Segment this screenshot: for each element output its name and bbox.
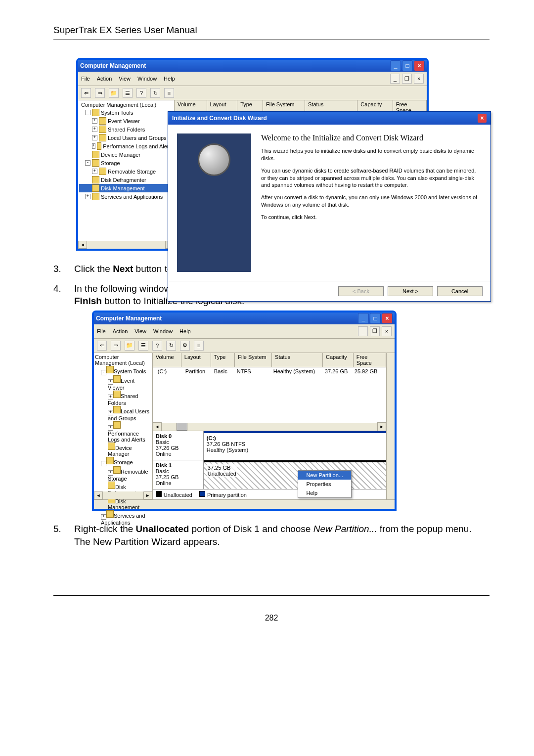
volume-row-c[interactable]: (C:) Partition Basic NTFS Healthy (Syste… [153,367,386,375]
menu-help-2[interactable]: Help [179,328,191,334]
child-minimize-icon[interactable]: _ [390,74,400,84]
col-capacity-2[interactable]: Capacity [323,353,354,367]
toolbar-2: ⇐ ⇒ 📁 ☰ ? ↻ ⚙ ≡ [94,339,395,353]
disk-1-unallocated[interactable]: 37.25 GB Unallocated New Partition... Pr… [204,460,386,489]
folder-up-icon[interactable]: 📁 [109,88,119,98]
disk-graphic-area: Disk 0 Basic 37.26 GB Online (C:) 37.26 … [153,431,386,499]
volume-column-headers-2: Volume Layout Type File System Status Ca… [153,353,386,367]
close-button[interactable]: × [414,60,425,71]
tree-device-manager[interactable]: Device Manager [79,150,173,159]
tree-pane-2: Computer Management (Local) -System Tool… [94,353,153,499]
tree-perf-logs[interactable]: +Performance Logs and Alerts [79,142,173,150]
list-icon-2[interactable]: ≡ [194,341,204,351]
menu-window[interactable]: Window [137,76,157,82]
tree-scrollbar[interactable]: ◄► [78,241,174,249]
menu-help[interactable]: Help [164,76,175,82]
tree-shared-folders[interactable]: +Shared Folders [79,125,173,133]
ctx-new-partition[interactable]: New Partition... [298,471,351,480]
properties-icon-2[interactable]: ☰ [138,341,148,351]
tree-shared-folders-2[interactable]: +Shared Folders [95,391,151,406]
col-type-2[interactable]: Type [211,353,235,367]
tree-perf-logs-2[interactable]: +Performance Logs and Alerts [95,421,151,443]
tree-disk-management[interactable]: Disk Management [79,184,173,192]
wizard-titlebar: Initialize and Convert Disk Wizard × [168,112,490,125]
disk-0-partition-c[interactable]: (C:) 37.26 GB NTFS Healthy (System) [204,431,386,460]
disk-1-row: Disk 1 Basic 37.25 GB Online 37.25 GB Un… [153,460,386,489]
window-controls-2: _ □ × [358,313,393,324]
maximize-button[interactable]: □ [402,60,413,71]
menubar: File Action View Window Help _ ❐ × [78,72,427,86]
help-icon-2[interactable]: ? [152,341,162,351]
settings-icon-2[interactable]: ⚙ [180,341,190,351]
tree-disk-defragmenter[interactable]: Disk Defragmenter [79,176,173,184]
list-icon[interactable]: ≡ [164,88,174,98]
disk-0-row: Disk 0 Basic 37.26 GB Online (C:) 37.26 … [153,431,386,460]
wizard-p4: To continue, click Next. [261,214,482,221]
wizard-cancel-button[interactable]: Cancel [437,286,483,296]
menu-window-2[interactable]: Window [153,328,173,334]
tree-storage[interactable]: -Storage [79,159,173,167]
volume-list-scrollbar[interactable]: ◄► [153,423,386,431]
nav-back-icon[interactable]: ⇐ [81,88,91,98]
step-4-number: 4. [53,282,74,308]
child-close-icon-2[interactable]: × [382,326,392,336]
menu-view-2[interactable]: View [134,328,146,334]
col-status-2[interactable]: Status [272,353,323,367]
tree-services-apps[interactable]: +Services and Applications [79,192,173,201]
tree-event-viewer[interactable]: +Event Viewer [79,117,173,125]
tree-device-manager-2[interactable]: Device Manager [95,443,151,457]
content-area: Computer Management (Local) -System Tool… [78,100,427,249]
col-file-system-2[interactable]: File System [235,353,272,367]
child-close-icon[interactable]: × [414,74,424,84]
menu-file-2[interactable]: File [97,328,106,334]
wizard-back-button: < Back [338,286,384,296]
nav-back-icon-2[interactable]: ⇐ [97,341,107,351]
disk-area-vscroll[interactable] [386,353,395,499]
properties-icon[interactable]: ☰ [123,88,133,98]
help-icon[interactable]: ? [136,88,146,98]
window-controls: _ □ × [390,60,425,71]
menu-view[interactable]: View [119,76,131,82]
refresh-icon-2[interactable]: ↻ [166,341,176,351]
step-5-number: 5. [53,523,74,548]
tree-local-users-2[interactable]: +Local Users and Groups [95,406,151,421]
folder-up-icon-2[interactable]: 📁 [125,341,134,351]
tree-removable-storage[interactable]: +Removable Storage [79,167,173,176]
titlebar: Computer Management _ □ × [78,60,427,72]
minimize-button-2[interactable]: _ [358,313,369,324]
col-volume-2[interactable]: Volume [153,353,181,367]
col-layout-2[interactable]: Layout [181,353,211,367]
tree-storage-2[interactable]: -Storage [95,457,151,466]
ctx-help[interactable]: Help [298,489,351,497]
menu-action[interactable]: Action [97,76,112,82]
close-button-2[interactable]: × [382,313,393,324]
tree-local-users[interactable]: +Local Users and Groups [79,133,173,142]
window-title: Computer Management [80,62,146,69]
minimize-button[interactable]: _ [390,60,401,71]
wizard-next-button[interactable]: Next > [388,286,433,296]
tree-system-tools-2[interactable]: -System Tools [95,366,151,375]
nav-forward-icon[interactable]: ⇒ [95,88,105,98]
tree-event-viewer-2[interactable]: +Event Viewer [95,375,151,391]
menu-file[interactable]: File [81,76,90,82]
tree-root[interactable]: Computer Management (Local) [79,101,173,108]
refresh-icon[interactable]: ↻ [150,88,160,98]
ctx-properties[interactable]: Properties [298,480,351,489]
menu-action-2[interactable]: Action [113,328,128,334]
wizard-heading: Welcome to the Initialize and Convert Di… [261,133,482,142]
child-minimize-icon-2[interactable]: _ [358,326,368,336]
child-restore-icon-2[interactable]: ❐ [370,326,380,336]
wizard-close-button[interactable]: × [478,114,487,123]
nav-forward-icon-2[interactable]: ⇒ [111,341,121,351]
disk-0-info[interactable]: Disk 0 Basic 37.26 GB Online [153,431,204,460]
tree-services-apps-2[interactable]: +Services and Applications [95,510,151,526]
col-free-space-2[interactable]: Free Space [354,353,386,367]
tree-root-2[interactable]: Computer Management (Local) [95,354,151,366]
tree-removable-storage-2[interactable]: +Removable Storage [95,466,151,482]
child-restore-icon[interactable]: ❐ [402,74,412,84]
maximize-button-2[interactable]: □ [370,313,381,324]
tree-pane: Computer Management (Local) -System Tool… [78,100,175,249]
tree-scrollbar-2[interactable]: ◄► [94,491,152,499]
disk-1-info[interactable]: Disk 1 Basic 37.25 GB Online [153,460,204,489]
tree-system-tools[interactable]: -System Tools [79,108,173,117]
